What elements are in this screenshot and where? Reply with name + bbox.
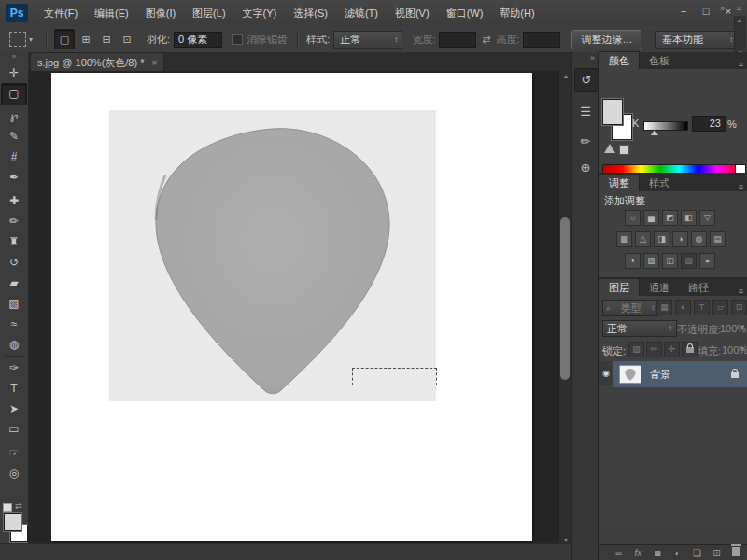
- foreground-color-swatch[interactable]: [602, 99, 623, 125]
- collapse-icon[interactable]: »: [590, 53, 595, 63]
- tab-adjustments[interactable]: 调整: [599, 174, 640, 191]
- levels-icon[interactable]: ▅: [643, 210, 659, 226]
- type-tool[interactable]: T: [2, 378, 26, 399]
- layer-mask-icon[interactable]: ◙: [648, 548, 668, 558]
- pen-tool[interactable]: ✑: [2, 357, 26, 378]
- tab-paths[interactable]: 路径: [679, 279, 718, 296]
- menu-select[interactable]: 选择(S): [285, 1, 336, 26]
- minimize-button[interactable]: −: [672, 3, 695, 20]
- menu-edit[interactable]: 编辑(E): [86, 1, 137, 26]
- lasso-tool[interactable]: ℘: [2, 105, 26, 126]
- chevron-down-icon[interactable]: ▾: [740, 344, 744, 353]
- blend-mode-dropdown[interactable]: 正常 ↕: [602, 320, 677, 337]
- adjustment-layer-icon[interactable]: ◐: [668, 548, 687, 558]
- tab-channels[interactable]: 通道: [640, 279, 679, 296]
- swap-colors-icon[interactable]: ⇄: [15, 501, 22, 511]
- document-tab[interactable]: s.jpg @ 100%(灰色/8) * ×: [30, 52, 164, 72]
- add-to-selection-button[interactable]: ⊞: [77, 30, 95, 49]
- new-group-icon[interactable]: ❏: [687, 548, 707, 558]
- shape-tool[interactable]: ▭: [2, 419, 26, 440]
- layer-visibility-cell[interactable]: ◉: [599, 361, 614, 385]
- tab-styles[interactable]: 样式: [640, 175, 679, 191]
- path-selection-tool[interactable]: ➤: [2, 399, 26, 419]
- tab-color[interactable]: 颜色: [599, 51, 640, 69]
- tool-preset-icon[interactable]: [9, 32, 26, 47]
- selection-marquee[interactable]: [352, 368, 437, 385]
- foreground-color-swatch[interactable]: [4, 513, 21, 531]
- k-value-input[interactable]: 23: [692, 116, 726, 132]
- clone-stamp-tool[interactable]: ♜: [2, 231, 26, 252]
- menu-window[interactable]: 窗口(W): [438, 1, 492, 26]
- scroll-up-icon[interactable]: ▲: [734, 17, 745, 23]
- gamut-warning-icon[interactable]: [604, 144, 615, 153]
- tab-swatches[interactable]: 色板: [640, 52, 679, 69]
- menu-file[interactable]: 文件(F): [35, 1, 86, 26]
- photo-filter-icon[interactable]: ◑: [672, 231, 688, 247]
- layer-filter-dropdown[interactable]: ⌕ 类型 ↕: [602, 300, 658, 316]
- tab-close-icon[interactable]: ×: [152, 58, 158, 68]
- antialias-checkbox[interactable]: [232, 34, 243, 45]
- posterize-icon[interactable]: ▧: [643, 253, 659, 269]
- gamut-swatch[interactable]: [619, 145, 629, 155]
- brightness-contrast-icon[interactable]: ☼: [625, 210, 641, 226]
- document-image[interactable]: [109, 110, 436, 401]
- collapse-icon[interactable]: »: [720, 4, 725, 13]
- lock-all-icon[interactable]: [682, 342, 698, 357]
- curves-icon[interactable]: ◩: [662, 210, 678, 226]
- chevron-down-icon[interactable]: ▾: [29, 35, 33, 44]
- lock-paint-icon[interactable]: ✏: [646, 342, 662, 357]
- channel-mixer-icon[interactable]: ◍: [691, 231, 707, 247]
- filter-pixel-icon[interactable]: ▦: [656, 300, 672, 315]
- menu-image[interactable]: 图像(I): [137, 1, 184, 26]
- black-white-icon[interactable]: ◨: [654, 231, 669, 247]
- panel-menu-icon[interactable]: ≡: [737, 4, 741, 13]
- selective-color-icon[interactable]: ◒: [699, 253, 715, 269]
- link-layers-icon[interactable]: ∞: [609, 548, 628, 558]
- new-selection-button[interactable]: ▢: [54, 29, 75, 49]
- lock-transparency-icon[interactable]: ▨: [628, 342, 644, 357]
- layer-style-icon[interactable]: fx: [628, 548, 648, 558]
- chevron-down-icon[interactable]: ▾: [740, 323, 744, 331]
- clone-source-panel-icon[interactable]: ⊕: [574, 157, 597, 179]
- intersect-selection-button[interactable]: ⊡: [118, 30, 136, 49]
- menu-type[interactable]: 文字(Y): [234, 1, 286, 26]
- eyedropper-tool[interactable]: ✒: [2, 167, 26, 188]
- panel-menu-icon[interactable]: ≡: [739, 182, 743, 191]
- feather-input[interactable]: 0 像素: [174, 32, 222, 48]
- history-panel-icon[interactable]: ↺: [574, 68, 599, 92]
- zoom-tool[interactable]: ◎: [2, 463, 26, 483]
- gradient-tool[interactable]: ▧: [2, 293, 26, 314]
- scroll-up-icon[interactable]: ▲: [559, 73, 572, 79]
- crop-tool[interactable]: #: [2, 147, 26, 167]
- subtract-from-selection-button[interactable]: ⊟: [97, 30, 116, 49]
- vibrance-icon[interactable]: ▽: [699, 210, 715, 226]
- filter-shape-icon[interactable]: ▱: [712, 300, 728, 315]
- hand-tool[interactable]: ☞: [2, 442, 26, 463]
- rectangular-marquee-tool[interactable]: ▢: [1, 83, 27, 105]
- menu-filter[interactable]: 滤镜(T): [336, 1, 387, 26]
- menu-help[interactable]: 帮助(H): [491, 1, 543, 26]
- threshold-icon[interactable]: ◫: [662, 253, 678, 269]
- invert-icon[interactable]: ◖: [625, 253, 641, 269]
- maximize-button[interactable]: □: [695, 3, 717, 20]
- vertical-scrollbar-thumb[interactable]: [560, 217, 570, 380]
- brush-tool[interactable]: ✏: [2, 211, 26, 231]
- move-tool[interactable]: ✛: [2, 63, 26, 83]
- scroll-down-icon[interactable]: ▼: [559, 537, 572, 543]
- color-lookup-icon[interactable]: ▤: [710, 231, 726, 247]
- collapse-icon[interactable]: »: [0, 52, 28, 63]
- new-layer-icon[interactable]: ⊞: [707, 548, 726, 558]
- default-colors-icon[interactable]: [3, 503, 12, 512]
- quick-selection-tool[interactable]: ✎: [2, 126, 26, 147]
- workspace-switcher[interactable]: 基本功能↕: [655, 31, 738, 49]
- eraser-tool[interactable]: ▰: [2, 273, 26, 293]
- hue-saturation-icon[interactable]: ▩: [616, 231, 632, 247]
- filter-type-icon[interactable]: T: [694, 300, 710, 315]
- color-balance-icon[interactable]: △: [635, 231, 651, 247]
- menu-view[interactable]: 视图(V): [387, 1, 438, 26]
- gradient-map-icon[interactable]: ▨: [681, 253, 697, 269]
- delete-layer-icon[interactable]: [726, 547, 746, 558]
- dodge-tool[interactable]: ◍: [2, 334, 26, 355]
- filter-adjustment-icon[interactable]: ◐: [675, 300, 691, 315]
- panel-menu-icon[interactable]: ≡: [739, 60, 743, 69]
